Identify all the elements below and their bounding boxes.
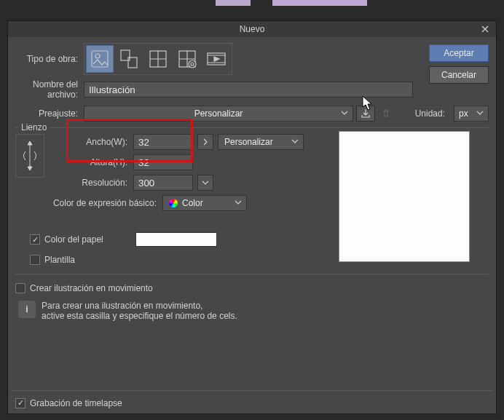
- paper-color-label: Color del papel: [44, 234, 103, 245]
- animation-checkbox[interactable]: [15, 283, 25, 293]
- chevron-down-icon: [341, 108, 348, 119]
- filename-label: Nombre del archivo:: [15, 79, 84, 100]
- new-dialog: Nuevo Aceptar Cancelar Tipo de obra:: [7, 20, 497, 414]
- illustration-icon[interactable]: [86, 45, 114, 73]
- preset-label: Preajuste:: [15, 108, 84, 119]
- chevron-down-icon: [476, 108, 484, 119]
- comic-settings-icon[interactable]: [173, 45, 201, 73]
- chevron-down-icon: [235, 198, 242, 208]
- delete-preset-button[interactable]: [377, 106, 395, 122]
- color-mode-value: Color: [182, 198, 203, 208]
- svg-rect-0: [92, 51, 108, 67]
- animation-help-1: Para crear una ilustración en movimiento…: [42, 301, 237, 311]
- orientation-toggle[interactable]: [15, 134, 44, 178]
- svg-point-6: [189, 60, 196, 68]
- comic-icon[interactable]: [144, 45, 172, 73]
- save-preset-button[interactable]: [356, 106, 375, 122]
- unit-value: px: [459, 108, 468, 119]
- height-label: Altura(H):: [49, 157, 129, 167]
- animation-icon[interactable]: [202, 45, 230, 73]
- work-type-toolbar: [84, 43, 232, 75]
- animation-help-2: active esta casilla y especifique el núm…: [42, 311, 237, 321]
- close-icon[interactable]: [479, 23, 492, 36]
- width-input[interactable]: [133, 134, 193, 150]
- resolution-label: Resolución:: [49, 178, 129, 188]
- paper-color-checkbox[interactable]: [30, 234, 40, 245]
- unit-select[interactable]: px: [454, 106, 489, 122]
- preset-select[interactable]: Personalizar: [84, 106, 353, 122]
- svg-point-1: [95, 54, 100, 58]
- preset-value: Personalizar: [194, 108, 243, 119]
- animation-label: Crear ilustración en movimiento: [30, 283, 153, 293]
- canvas-preset-select[interactable]: Personalizar: [218, 134, 304, 150]
- info-icon: i: [18, 301, 36, 318]
- paper-color-well[interactable]: [135, 232, 217, 247]
- resolution-input[interactable]: [133, 175, 193, 191]
- canvas-preview: [339, 131, 470, 262]
- unit-label: Unidad:: [415, 108, 451, 119]
- ok-button[interactable]: Aceptar: [429, 44, 489, 62]
- chevron-down-icon: [291, 137, 299, 147]
- color-mode-select[interactable]: Color: [162, 195, 247, 211]
- template-checkbox[interactable]: [30, 255, 40, 265]
- timelapse-checkbox[interactable]: [15, 398, 25, 408]
- cancel-button[interactable]: Cancelar: [429, 66, 489, 84]
- template-label: Plantilla: [44, 255, 75, 265]
- webtoon-icon[interactable]: [115, 45, 143, 73]
- titlebar: Nuevo: [8, 21, 496, 37]
- height-input[interactable]: [133, 154, 193, 170]
- width-label: Ancho(W):: [49, 137, 129, 147]
- work-type-label: Tipo de obra:: [15, 54, 84, 64]
- color-wheel-icon: [169, 199, 178, 207]
- timelapse-label: Grabación de timelapse: [30, 398, 122, 408]
- dialog-title: Nuevo: [240, 24, 265, 34]
- filename-input[interactable]: [84, 82, 413, 98]
- width-next-button[interactable]: [197, 134, 213, 150]
- color-mode-label: Color de expresión básico:: [49, 198, 158, 208]
- resolution-dropdown-button[interactable]: [197, 175, 213, 191]
- canvas-preset-value: Personalizar: [224, 137, 273, 147]
- canvas-legend: Lienzo: [18, 122, 50, 132]
